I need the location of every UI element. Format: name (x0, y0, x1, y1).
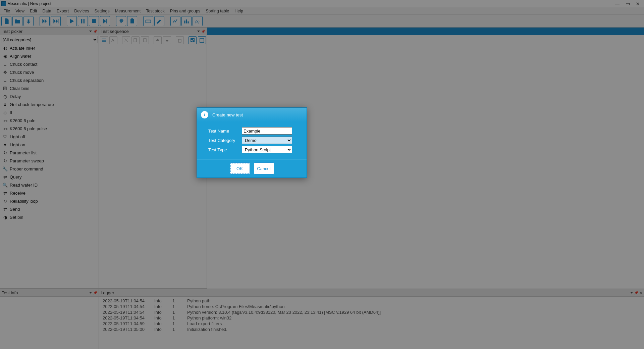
test-category-select[interactable]: Demo (242, 137, 292, 144)
ok-button[interactable]: OK (230, 162, 250, 174)
info-icon: i (201, 111, 208, 118)
test-type-select[interactable]: Python Script (242, 146, 292, 153)
test-category-label: Test Category (208, 138, 238, 143)
test-name-input[interactable] (242, 127, 292, 135)
create-test-dialog: i Create new test Test Name Test Categor… (197, 107, 307, 178)
test-name-label: Test Name (208, 129, 238, 134)
modal-overlay (0, 0, 644, 349)
test-type-label: Test Type (208, 147, 238, 152)
cancel-button[interactable]: Cancel (254, 162, 274, 174)
dialog-title: Create new test (212, 112, 243, 117)
